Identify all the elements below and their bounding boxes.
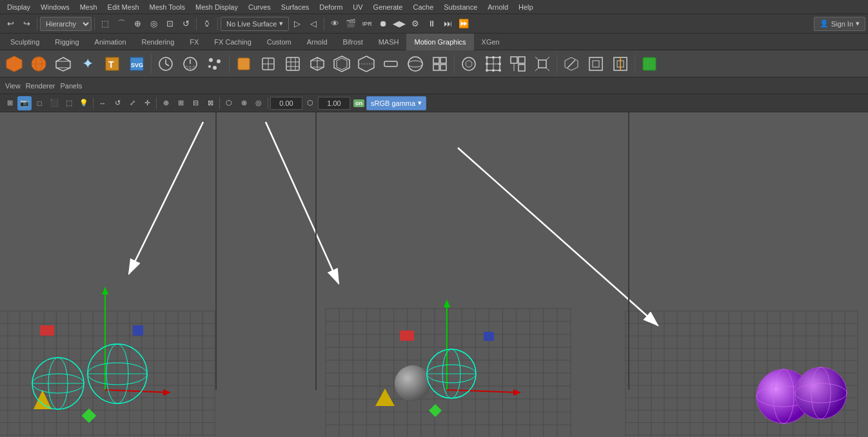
camera-icon[interactable]: 👁 — [327, 16, 342, 32]
hierarchy-select[interactable]: Hierarchy — [40, 17, 92, 31]
renderer-menu[interactable]: Renderer — [26, 82, 55, 90]
pause-icon[interactable]: ⏸ — [424, 16, 439, 32]
vp-select-all[interactable]: ⬡ — [222, 96, 236, 110]
panels-menu[interactable]: Panels — [61, 82, 83, 90]
cone-shape-icon[interactable] — [232, 52, 255, 76]
vp-scale[interactable]: ⤢ — [125, 96, 139, 110]
vp-snap4[interactable]: ⊠ — [203, 96, 217, 110]
module-custom[interactable]: Custom — [259, 34, 299, 50]
module-xgen[interactable]: XGen — [474, 34, 508, 50]
vp-universal[interactable]: ✛ — [140, 96, 154, 110]
insert-loop-icon[interactable] — [609, 52, 632, 76]
vp-soft[interactable]: ◎ — [252, 96, 266, 110]
torus-icon[interactable] — [257, 52, 280, 76]
vp-rotate[interactable]: ↺ — [110, 96, 124, 110]
live-back[interactable]: ◁ — [306, 16, 321, 32]
playback-icon[interactable]: ◀▶ — [391, 16, 407, 32]
merge-icon[interactable] — [330, 52, 353, 76]
vp-value1[interactable] — [270, 97, 302, 110]
svg-icon[interactable]: SVG — [125, 52, 148, 76]
box3d-icon[interactable] — [306, 52, 329, 76]
grid-icon[interactable] — [281, 52, 304, 76]
green-box-icon[interactable] — [638, 52, 661, 76]
live-surface-dropdown[interactable]: No Live Surface ▾ — [221, 17, 289, 31]
vp-snap3[interactable]: ⊟ — [188, 96, 202, 110]
menu-mesh-display[interactable]: Mesh Display — [191, 2, 242, 12]
scatter-icon[interactable] — [203, 52, 226, 76]
menu-generate[interactable]: Generate — [369, 2, 408, 12]
vp-snap2[interactable]: ⊞ — [173, 96, 188, 110]
rotate-tool[interactable]: ↺ — [178, 16, 193, 32]
select-tool[interactable]: ⬚ — [97, 16, 113, 32]
module-mash[interactable]: MASH — [371, 34, 407, 50]
time-icon[interactable] — [154, 52, 177, 76]
menu-cache[interactable]: Cache — [408, 2, 438, 12]
flatten-icon[interactable] — [379, 52, 402, 76]
menu-substance[interactable]: Substance — [439, 2, 482, 12]
live-toggle[interactable]: ▷ — [290, 16, 305, 32]
module-fx[interactable]: FX — [182, 34, 206, 50]
ipr-icon[interactable]: IPR — [359, 16, 375, 32]
marquee-tool[interactable]: ⊡ — [162, 16, 177, 32]
vp-value-toggle[interactable]: ⬡ — [303, 96, 317, 110]
vp-value2[interactable] — [318, 97, 350, 110]
menu-curves[interactable]: Curves — [244, 2, 275, 12]
vp-wireframe[interactable]: □ — [32, 96, 46, 110]
menu-deform[interactable]: Deform — [315, 2, 347, 12]
cylinder-icon[interactable] — [52, 52, 75, 76]
transform-icon[interactable] — [428, 52, 451, 76]
menu-mesh-tools[interactable]: Mesh Tools — [145, 2, 190, 12]
cube-icon[interactable] — [27, 52, 50, 76]
view-menu[interactable]: View — [5, 82, 21, 90]
menu-display[interactable]: Display — [3, 2, 35, 12]
soft-select-tool[interactable]: ◎ — [146, 16, 161, 32]
sphere-icon[interactable] — [3, 52, 26, 76]
module-sculpting[interactable]: Sculpting — [3, 34, 47, 50]
snap-tool[interactable]: ⧲ — [199, 16, 215, 32]
undo-button[interactable]: ↩ — [3, 16, 18, 32]
module-animation[interactable]: Animation — [87, 34, 134, 50]
color-space-dropdown[interactable]: sRGB gamma ▾ — [366, 96, 426, 110]
settings-icon[interactable]: ⚙ — [408, 16, 423, 32]
connect-icon[interactable] — [506, 52, 529, 76]
menu-edit-mesh[interactable]: Edit Mesh — [103, 2, 144, 12]
split-icon[interactable] — [355, 52, 378, 76]
module-bifrost[interactable]: Bifrost — [335, 34, 371, 50]
redo-button[interactable]: ↪ — [19, 16, 34, 32]
module-rigging[interactable]: Rigging — [47, 34, 86, 50]
menu-arnold[interactable]: Arnold — [483, 2, 513, 12]
inset-icon[interactable] — [584, 52, 607, 76]
menu-help[interactable]: Help — [514, 2, 538, 12]
film-icon[interactable]: 🎬 — [343, 16, 359, 32]
paint-select-tool[interactable]: ⊕ — [130, 16, 145, 32]
bevel-icon[interactable] — [457, 52, 480, 76]
viewport-area[interactable] — [0, 112, 868, 437]
menu-surfaces[interactable]: Surfaces — [277, 2, 313, 12]
record-icon[interactable]: ⏺ — [375, 16, 391, 32]
end-icon[interactable]: ⏩ — [456, 16, 471, 32]
sign-in-button[interactable]: 👤 Sign In ▾ — [814, 17, 865, 31]
lattice-icon[interactable] — [482, 52, 505, 76]
vp-texture[interactable]: ⬚ — [62, 96, 76, 110]
menu-windows[interactable]: Windows — [36, 2, 74, 12]
vp-snap1[interactable]: ⊕ — [159, 96, 173, 110]
extrude-icon[interactable] — [560, 52, 583, 76]
vp-grid-toggle[interactable]: ⊞ — [3, 96, 17, 110]
menu-uv[interactable]: UV — [348, 2, 367, 12]
text-icon[interactable]: T — [101, 52, 124, 76]
sphere2-icon[interactable] — [404, 52, 427, 76]
expand-icon[interactable] — [531, 52, 554, 76]
module-motion-graphics[interactable]: Motion Graphics — [406, 34, 473, 50]
module-fx-caching[interactable]: FX Caching — [206, 34, 259, 50]
menu-mesh[interactable]: Mesh — [75, 2, 102, 12]
vp-move[interactable]: ↔ — [95, 96, 110, 110]
vp-solid[interactable]: ⬛ — [47, 96, 61, 110]
lasso-tool[interactable]: ⌒ — [113, 16, 129, 32]
module-arnold[interactable]: Arnold — [299, 34, 335, 50]
vp-cam-toggle[interactable]: 📷 — [17, 96, 32, 110]
offset-icon[interactable]: 0,0,0 — [179, 52, 202, 76]
vp-lighting[interactable]: 💡 — [77, 96, 91, 110]
vp-pivot[interactable]: ⊗ — [237, 96, 251, 110]
step-icon[interactable]: ⏭ — [440, 16, 455, 32]
star-icon[interactable]: ✦ — [76, 52, 99, 76]
